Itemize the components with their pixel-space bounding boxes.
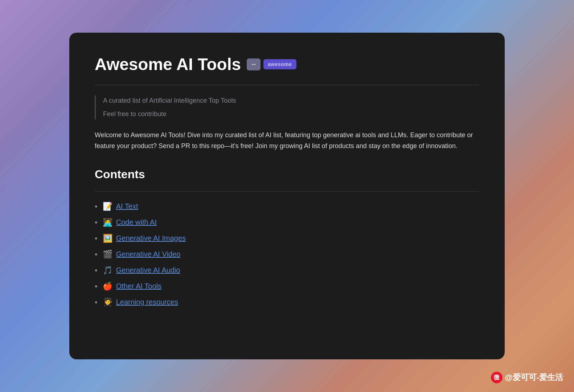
watermark: 微 @爱可可-爱生活 xyxy=(491,372,563,383)
bullet-icon: • xyxy=(95,218,98,227)
contents-list: •📝AI Text•🧑‍💻Code with AI•🖼️Generative A… xyxy=(95,202,479,307)
list-item-link[interactable]: Generative AI Images xyxy=(116,234,186,242)
badge-awesome: awesome xyxy=(263,59,296,69)
list-item: •🧑‍🎓Learning resources xyxy=(95,298,479,307)
list-item: •🎬Generative AI Video xyxy=(95,250,479,259)
weibo-icon: 微 xyxy=(491,372,503,383)
description-text: Welcome to Awesome AI Tools! Dive into m… xyxy=(95,130,479,152)
header-section: Awesome AI Tools ↔ awesome xyxy=(95,54,479,74)
contents-divider xyxy=(95,191,479,192)
list-item-link[interactable]: Code with AI xyxy=(116,218,157,226)
list-item-link[interactable]: Other AI Tools xyxy=(116,282,161,290)
blockquote-section: A curated list of Artificial Intelligenc… xyxy=(95,95,479,119)
list-item-emoji: 🧑‍🎓 xyxy=(103,298,112,307)
watermark-text: @爱可可-爱生活 xyxy=(505,372,563,383)
list-item-emoji: 🖼️ xyxy=(103,234,112,243)
badge-container: ↔ awesome xyxy=(247,58,296,70)
main-card: Awesome AI Tools ↔ awesome A curated lis… xyxy=(69,33,505,359)
bullet-icon: • xyxy=(95,234,98,243)
list-item: •🖼️Generative AI Images xyxy=(95,234,479,243)
list-item: •🎵Generative AI Audio xyxy=(95,266,479,275)
list-item: •🧑‍💻Code with AI xyxy=(95,218,479,227)
list-item-emoji: 📝 xyxy=(103,202,112,211)
list-item-emoji: 🧑‍💻 xyxy=(103,218,112,227)
bullet-icon: • xyxy=(95,266,98,275)
list-item-link[interactable]: AI Text xyxy=(116,202,138,211)
list-item-link[interactable]: Generative AI Audio xyxy=(116,266,180,274)
list-item: •📝AI Text xyxy=(95,202,479,211)
bullet-icon: • xyxy=(95,298,98,307)
list-item-link[interactable]: Learning resources xyxy=(116,298,178,306)
header-divider xyxy=(95,85,479,85)
page-title: Awesome AI Tools xyxy=(95,54,241,74)
list-item-link[interactable]: Generative AI Video xyxy=(116,250,181,258)
blockquote-line-2: Feel free to contribute xyxy=(103,109,479,119)
bullet-icon: • xyxy=(95,282,98,291)
bullet-icon: • xyxy=(95,250,98,259)
list-item-emoji: 🎵 xyxy=(103,266,112,275)
badge-icon: ↔ xyxy=(247,58,261,70)
blockquote-line-1: A curated list of Artificial Intelligenc… xyxy=(103,95,479,106)
contents-heading: Contents xyxy=(95,168,479,181)
list-item-emoji: 🍎 xyxy=(103,282,112,291)
list-item: •🍎Other AI Tools xyxy=(95,282,479,291)
bullet-icon: • xyxy=(95,202,98,211)
list-item-emoji: 🎬 xyxy=(103,250,112,259)
